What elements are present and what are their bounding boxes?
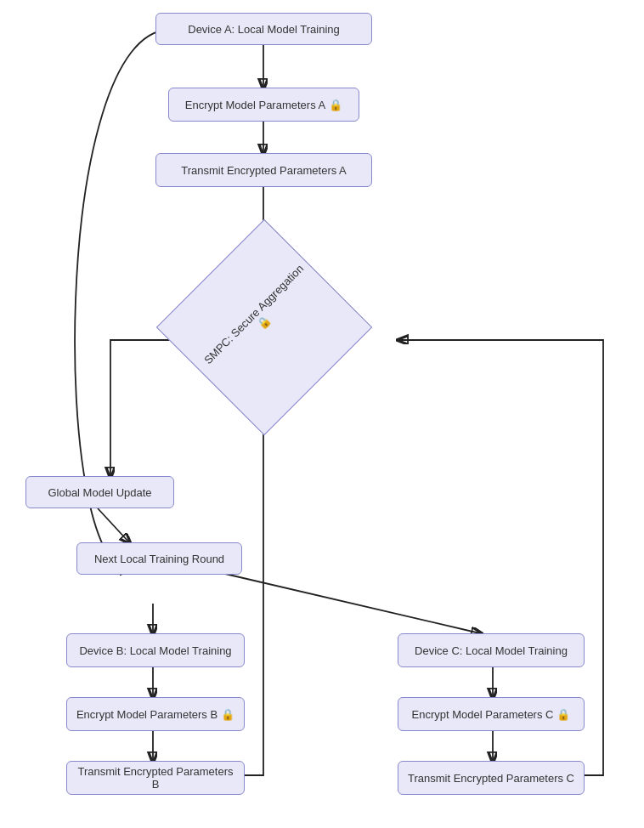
- encrypt-c-node: Encrypt Model Parameters C 🔒: [398, 697, 585, 731]
- global-update-label: Global Model Update: [48, 486, 151, 499]
- device-c-node: Device C: Local Model Training: [398, 633, 585, 667]
- transmit-a-label: Transmit Encrypted Parameters A: [181, 164, 347, 177]
- device-a-node: Device A: Local Model Training: [155, 13, 372, 45]
- encrypt-c-label: Encrypt Model Parameters C: [412, 708, 554, 721]
- encrypt-b-node: Encrypt Model Parameters B 🔒: [66, 697, 245, 731]
- device-a-label: Device A: Local Model Training: [188, 23, 339, 36]
- encrypt-a-label: Encrypt Model Parameters A: [185, 99, 325, 111]
- encrypt-a-node: Encrypt Model Parameters A 🔒: [168, 88, 359, 122]
- transmit-c-label: Transmit Encrypted Parameters C: [408, 772, 574, 785]
- transmit-b-label: Transmit Encrypted Parameters B: [76, 765, 235, 791]
- lock-icon-c: 🔒: [556, 708, 570, 721]
- device-c-label: Device C: Local Model Training: [415, 644, 568, 657]
- transmit-b-node: Transmit Encrypted Parameters B: [66, 761, 245, 795]
- next-round-label: Next Local Training Round: [94, 553, 224, 565]
- transmit-c-node: Transmit Encrypted Parameters C: [398, 761, 585, 795]
- next-round-node: Next Local Training Round: [76, 542, 242, 575]
- transmit-a-node: Transmit Encrypted Parameters A: [155, 153, 372, 187]
- lock-icon-b: 🔒: [221, 708, 234, 721]
- device-b-label: Device B: Local Model Training: [79, 644, 231, 657]
- lock-icon-a: 🔒: [329, 99, 342, 111]
- device-b-node: Device B: Local Model Training: [66, 633, 245, 667]
- global-update-node: Global Model Update: [25, 476, 174, 508]
- encrypt-b-label: Encrypt Model Parameters B: [76, 708, 217, 721]
- flowchart: Device A: Local Model Training Encrypt M…: [0, 0, 644, 828]
